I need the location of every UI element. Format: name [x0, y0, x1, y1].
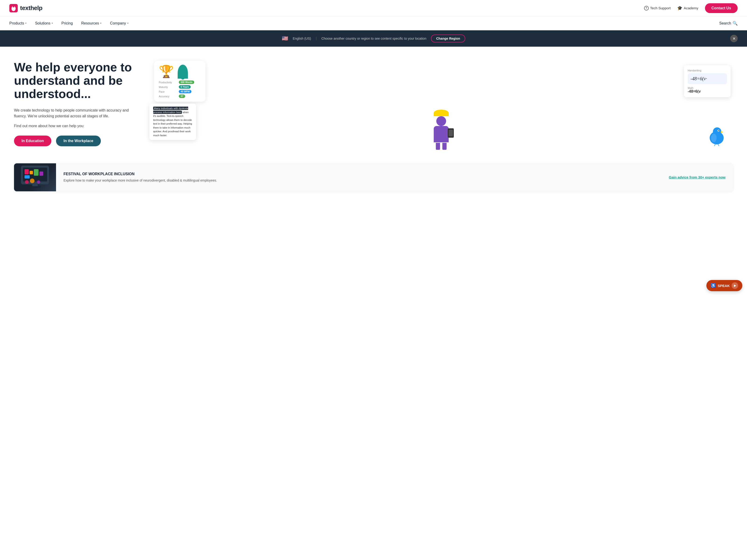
festival-description: Explore how to make your workplace more … [63, 178, 654, 183]
region-banner: 🇺🇸 English (US) | Choose another country… [0, 30, 747, 47]
festival-link-area: Gain advice from 30+ experts now [661, 170, 733, 185]
hero-buttons: In Education In the Workplace [14, 136, 135, 146]
search-icon: 🔍 [732, 21, 738, 26]
tech-support-link[interactable]: ? Tech Support [644, 6, 671, 10]
svg-rect-16 [40, 171, 43, 176]
chevron-down-icon: ▾ [52, 22, 53, 25]
handwriting-label: Handwriting [688, 69, 727, 72]
svg-rect-14 [30, 171, 33, 174]
math-card: Handwriting -48=6(v· Math -48=6(v [684, 65, 731, 97]
hero-section: We help everyone to understand and be un… [0, 47, 747, 159]
hero-heading: We help everyone to understand and be un… [14, 61, 135, 101]
banner-message: Choose another country or region to see … [321, 37, 427, 41]
nav-left: Products ▾ Solutions ▾ Pricing Resources… [9, 21, 129, 25]
handwriting-text: -48=6(v· [688, 73, 727, 84]
hero-content: We help everyone to understand and be un… [14, 61, 135, 146]
svg-point-22 [37, 180, 40, 184]
hero-find-text: Find out more about how we can help you: [14, 124, 135, 128]
trophy-card: 🏆 Productivity600 Words Maturity6 Years … [154, 61, 205, 102]
svg-line-9 [714, 144, 715, 146]
festival-title: FESTIVAL OF WORKPLACE INCLUSION [63, 172, 654, 176]
svg-rect-18 [32, 184, 38, 186]
top-bar: texthelp ? Tech Support 🎓 Academy Contac… [0, 0, 747, 16]
in-workplace-button[interactable]: In the Workplace [56, 136, 101, 146]
logo[interactable]: texthelp [9, 4, 43, 12]
math-label: Math [688, 86, 727, 89]
math-text: -48=6(v [688, 89, 727, 94]
nav-solutions[interactable]: Solutions ▾ [35, 21, 53, 25]
hero-illustration: 🏆 Productivity600 Words Maturity6 Years … [135, 61, 733, 149]
svg-marker-7 [721, 131, 723, 133]
svg-point-8 [711, 134, 717, 142]
question-icon: ? [644, 6, 649, 10]
festival-content: FESTIVAL OF WORKPLACE INCLUSION Explore … [56, 166, 661, 189]
brand-name: texthelp [20, 4, 43, 12]
nav-pricing[interactable]: Pricing [61, 21, 73, 25]
svg-point-21 [30, 179, 34, 183]
nav-resources[interactable]: Resources ▾ [81, 21, 102, 25]
svg-rect-13 [25, 169, 29, 174]
chevron-down-icon: ▾ [25, 22, 27, 25]
main-nav: Products ▾ Solutions ▾ Pricing Resources… [0, 16, 747, 30]
speech-card: Many individuals with dyslexia process i… [149, 104, 196, 140]
festival-banner: FESTIVAL OF WORKPLACE INCLUSION Explore … [14, 163, 733, 191]
svg-rect-19 [29, 186, 41, 188]
nav-products[interactable]: Products ▾ [9, 21, 27, 25]
trophy-icon: 🏆 [159, 64, 174, 79]
flag-icon: 🇺🇸 [282, 35, 288, 42]
separator: | [316, 36, 316, 41]
top-nav-right: ? Tech Support 🎓 Academy Contact Us [644, 3, 738, 13]
contact-button[interactable]: Contact Us [705, 3, 738, 13]
nav-company[interactable]: Company ▾ [110, 21, 128, 25]
svg-point-2 [12, 5, 14, 7]
search-button[interactable]: Search 🔍 [719, 21, 738, 26]
festival-image [14, 163, 56, 191]
in-education-button[interactable]: In Education [14, 136, 51, 146]
change-region-button[interactable]: Change Region [431, 34, 465, 43]
chevron-down-icon: ▾ [127, 22, 129, 25]
academy-icon: 🎓 [677, 6, 682, 11]
festival-link[interactable]: Gain advice from 30+ experts now [669, 175, 725, 179]
trophy-stats: Productivity600 Words Maturity6 Years Pa… [159, 80, 201, 98]
speech-text: when it's audible. Text-to-speech techno… [153, 111, 192, 137]
svg-point-20 [25, 180, 29, 184]
blue-bird-illustration [707, 125, 726, 147]
svg-line-10 [718, 144, 719, 146]
language-label: English (US) [293, 37, 311, 41]
close-banner-button[interactable]: ✕ [730, 35, 738, 42]
svg-point-6 [718, 130, 719, 131]
hero-subtext: We create technology to help people comm… [14, 107, 135, 119]
svg-rect-15 [34, 169, 38, 176]
svg-rect-17 [25, 175, 30, 179]
academy-link[interactable]: 🎓 Academy [677, 6, 698, 11]
chevron-down-icon: ▾ [100, 22, 102, 25]
